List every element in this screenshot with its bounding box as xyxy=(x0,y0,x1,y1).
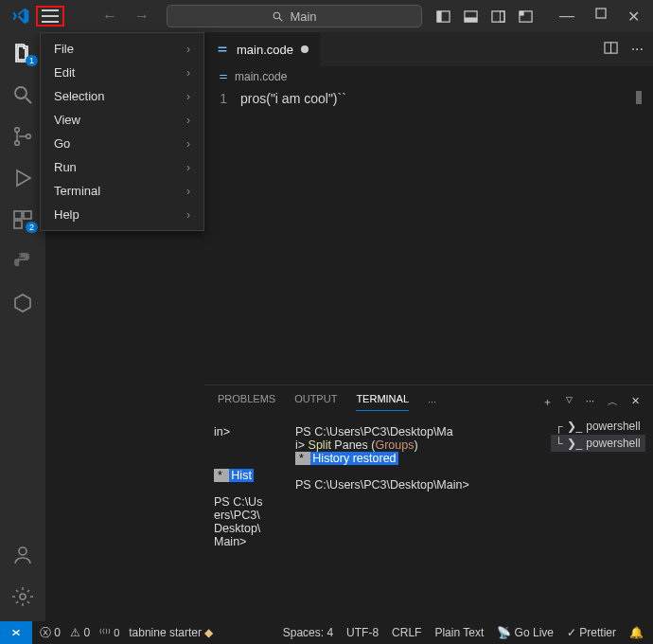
svg-point-20 xyxy=(20,594,26,599)
terminal-list-item[interactable]: ┌❯_powershell xyxy=(551,418,645,435)
terminal-list-item[interactable]: └❯_powershell xyxy=(551,435,645,452)
svg-rect-10 xyxy=(596,9,606,18)
search-icon xyxy=(272,10,284,23)
explorer-icon[interactable]: 1 xyxy=(11,42,34,64)
status-notifications-icon[interactable]: 🔔 xyxy=(629,626,644,639)
menu-go[interactable]: Go› xyxy=(41,132,203,155)
terminal-icon: ❯_ xyxy=(567,437,583,450)
tab-problems[interactable]: PROBLEMS xyxy=(218,393,275,410)
chevron-right-icon: › xyxy=(186,161,190,174)
terminal-icon: ❯_ xyxy=(567,420,583,433)
editor-more-icon[interactable]: ··· xyxy=(631,41,644,58)
svg-point-15 xyxy=(26,134,31,139)
terminal-dropdown-icon[interactable]: ▽ xyxy=(566,395,573,409)
svg-rect-6 xyxy=(492,10,504,21)
status-eol[interactable]: CRLF xyxy=(392,626,421,639)
svg-point-0 xyxy=(274,12,281,19)
svg-line-12 xyxy=(26,98,31,103)
remote-button[interactable] xyxy=(0,621,32,644)
svg-rect-9 xyxy=(520,10,524,15)
menu-run[interactable]: Run› xyxy=(41,155,203,179)
new-terminal-icon[interactable]: ＋ xyxy=(542,395,553,409)
menu-terminal[interactable]: Terminal› xyxy=(41,179,203,203)
code-line: pros("i am cool")`` xyxy=(240,91,346,385)
panel-more2-icon[interactable]: ··· xyxy=(586,395,594,409)
minimap-scroll-icon[interactable] xyxy=(636,91,642,104)
status-errors[interactable]: ⓧ 0 xyxy=(40,625,61,641)
app-menu: File› Edit› Selection› View› Go› Run› Te… xyxy=(40,32,204,231)
search-activity-icon[interactable] xyxy=(11,83,34,106)
panel-more-icon[interactable]: ··· xyxy=(428,396,436,407)
panel-tabs: PROBLEMS OUTPUT TERMINAL ··· ＋ ▽ ··· ︿ ✕ xyxy=(204,385,653,418)
chevron-right-icon: › xyxy=(186,66,190,80)
status-tabnine[interactable]: tabnine starter ◆ xyxy=(129,626,213,639)
svg-point-13 xyxy=(15,128,20,133)
nav-back-icon[interactable]: ← xyxy=(102,8,117,25)
svg-point-14 xyxy=(15,141,20,146)
status-ports[interactable]: ⁽⁽⁾⁾ 0 xyxy=(99,627,119,639)
title-bar: ← → Main — ✕ xyxy=(0,0,653,32)
tab-main-code[interactable]: main.code xyxy=(204,32,320,66)
nav-forward-icon[interactable]: → xyxy=(134,8,150,25)
activity-bar: 1 2 xyxy=(0,32,45,621)
app-menu-button[interactable] xyxy=(42,9,59,23)
tree-branch-icon: └ xyxy=(555,437,563,450)
terminal-pane-left[interactable]: in> * Hist PS C:\Us ers\PC3\ Desktop\ Ma… xyxy=(204,418,286,621)
status-warnings[interactable]: ⚠ 0 xyxy=(70,626,90,639)
search-text: Main xyxy=(290,9,316,24)
layout-panel-icon[interactable] xyxy=(464,9,478,24)
svg-rect-18 xyxy=(14,221,22,228)
code-editor[interactable]: 1 pros("i am cool")`` xyxy=(204,87,653,385)
chevron-right-icon: › xyxy=(186,43,190,56)
menu-selection[interactable]: Selection› xyxy=(41,84,203,108)
svg-line-1 xyxy=(280,18,283,21)
status-golive[interactable]: 📡 Go Live xyxy=(497,626,554,639)
dirty-indicator-icon xyxy=(301,45,309,53)
chevron-right-icon: › xyxy=(186,114,190,127)
svg-rect-3 xyxy=(437,10,442,21)
status-lang[interactable]: Plain Text xyxy=(434,626,484,639)
hexagon-icon[interactable] xyxy=(11,292,34,314)
account-icon[interactable] xyxy=(11,544,34,566)
gear-icon[interactable] xyxy=(11,585,34,608)
python-icon[interactable] xyxy=(11,250,34,273)
run-debug-icon[interactable] xyxy=(11,167,34,189)
layout-customize-icon[interactable] xyxy=(519,9,533,24)
menu-help[interactable]: Help› xyxy=(41,203,203,226)
layout-sidebar-left-icon[interactable] xyxy=(436,9,450,24)
hamburger-highlight xyxy=(36,6,64,27)
status-prettier[interactable]: ✓ Prettier xyxy=(567,626,616,639)
extensions-icon[interactable]: 2 xyxy=(11,208,34,231)
window-maximize-button[interactable] xyxy=(595,8,607,19)
line-gutter: 1 xyxy=(204,91,240,385)
status-spaces[interactable]: Spaces: 4 xyxy=(283,626,333,639)
menu-file[interactable]: File› xyxy=(41,37,203,61)
svg-rect-16 xyxy=(14,211,22,219)
extensions-badge: 2 xyxy=(26,222,38,233)
status-bar: ⓧ 0 ⚠ 0 ⁽⁽⁾⁾ 0 tabnine starter ◆ Spaces:… xyxy=(0,621,653,644)
chevron-right-icon: › xyxy=(186,208,190,222)
bottom-panel: PROBLEMS OUTPUT TERMINAL ··· ＋ ▽ ··· ︿ ✕… xyxy=(204,385,653,621)
tab-output[interactable]: OUTPUT xyxy=(294,393,337,410)
terminal-body[interactable]: in> * Hist PS C:\Us ers\PC3\ Desktop\ Ma… xyxy=(204,418,653,621)
svg-point-11 xyxy=(15,87,26,98)
breadcrumb[interactable]: main.code xyxy=(204,66,653,87)
menu-edit[interactable]: Edit› xyxy=(41,61,203,84)
file-icon xyxy=(218,71,229,82)
layout-sidebar-right-icon[interactable] xyxy=(491,9,505,24)
panel-close-icon[interactable]: ✕ xyxy=(631,395,640,409)
svg-point-19 xyxy=(19,547,26,555)
panel-maximize-icon[interactable]: ︿ xyxy=(608,395,618,409)
source-control-icon[interactable] xyxy=(11,125,34,148)
tree-branch-icon: ┌ xyxy=(555,420,563,433)
chevron-right-icon: › xyxy=(186,137,190,151)
tab-terminal[interactable]: TERMINAL xyxy=(356,393,409,411)
window-close-button[interactable]: ✕ xyxy=(627,8,640,26)
command-center-search[interactable]: Main xyxy=(167,5,422,27)
split-editor-icon[interactable] xyxy=(604,41,618,55)
vscode-logo-icon xyxy=(11,7,30,26)
svg-rect-7 xyxy=(500,10,504,21)
window-minimize-button[interactable]: — xyxy=(559,8,574,26)
menu-view[interactable]: View› xyxy=(41,108,203,132)
status-encoding[interactable]: UTF-8 xyxy=(346,626,379,639)
